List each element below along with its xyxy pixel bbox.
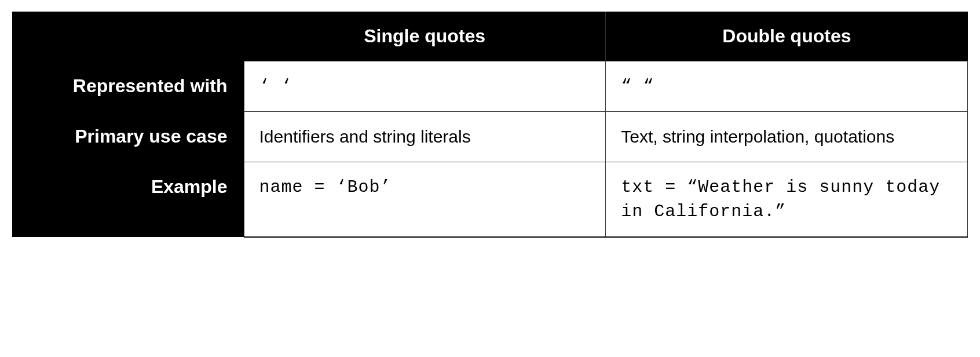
cell-represented-single: ‘ ‘ [244,61,606,112]
table-header-row: Single quotes Double quotes [12,12,968,61]
table-row: Primary use case Identifiers and string … [12,112,968,162]
col-header-single: Single quotes [244,12,606,61]
table-row: Example name = ‘Bob’ txt = “Weather is s… [12,162,968,238]
table-row: Represented with ‘ ‘ “ “ [12,61,968,112]
row-label-usecase: Primary use case [12,112,244,162]
table: Single quotes Double quotes Represented … [12,12,968,238]
col-header-double: Double quotes [606,12,968,61]
table-corner [12,12,244,61]
cell-usecase-double: Text, string interpolation, quotations [606,112,968,162]
cell-usecase-single: Identifiers and string literals [244,112,606,162]
quotes-comparison-table: Single quotes Double quotes Represented … [12,12,968,238]
cell-example-double: txt = “Weather is sunny today in Califor… [606,162,968,238]
cell-represented-double: “ “ [606,61,968,112]
row-label-example: Example [12,162,244,238]
cell-example-single: name = ‘Bob’ [244,162,606,238]
row-label-represented: Represented with [12,61,244,112]
